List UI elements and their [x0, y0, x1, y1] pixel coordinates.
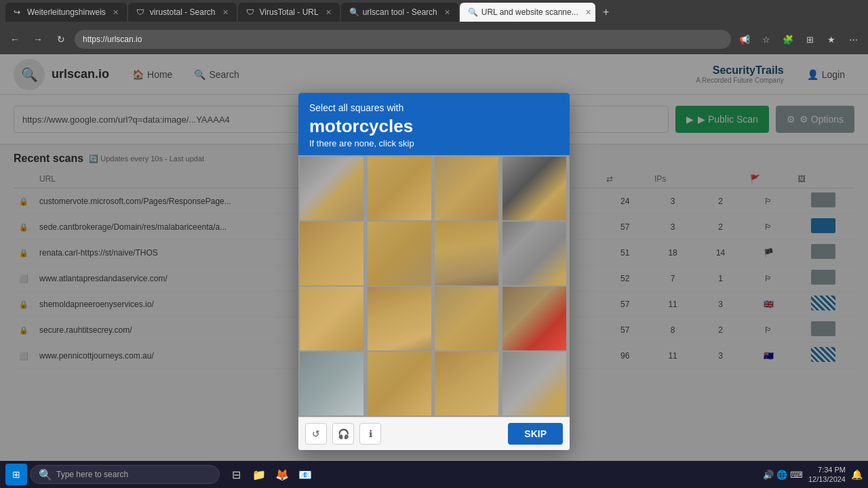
- tab-virustotal-search[interactable]: 🛡 virustotal - Search ✕: [128, 3, 237, 22]
- tab-close-4[interactable]: ✕: [444, 8, 450, 17]
- taskbar-search-text: Type here to search: [56, 470, 128, 479]
- taskbar-clock[interactable]: 7:34 PM 12/13/2024: [808, 465, 846, 485]
- back-button[interactable]: ←: [5, 30, 24, 49]
- keyboard-icon: ⌨: [790, 470, 803, 480]
- captcha-cell-1-1[interactable]: [368, 222, 431, 285]
- clock-date: 12/13/2024: [808, 474, 846, 484]
- captcha-cell-0-2[interactable]: [435, 157, 498, 220]
- tab-close-3[interactable]: ✕: [326, 8, 332, 17]
- taskbar-app-firefox[interactable]: 🦊: [271, 464, 293, 485]
- captcha-cell-3-3[interactable]: [502, 352, 566, 415]
- tab-close-5[interactable]: ✕: [585, 8, 591, 17]
- browser-toolbar: ← → ↻ 📢 ☆ 🧩 ⊞ ★ ⋯: [0, 24, 868, 54]
- taskbar-search-icon: 🔍: [39, 468, 52, 481]
- tab-favicon-5: 🔍: [468, 7, 477, 17]
- captcha-modal: Select all squares with motorcycles If t…: [298, 93, 570, 450]
- captcha-skip-button[interactable]: SKIP: [508, 423, 563, 445]
- taskbar-app-email[interactable]: 📧: [294, 464, 316, 485]
- volume-icon[interactable]: 🔊: [763, 470, 774, 480]
- taskbar-right: 🔊 🌐 ⌨ 7:34 PM 12/13/2024 🔔: [763, 465, 863, 485]
- captcha-cell-2-1[interactable]: [368, 287, 431, 350]
- network-icon[interactable]: 🌐: [776, 470, 787, 480]
- split-button[interactable]: ⊞: [800, 30, 819, 49]
- tab-label-1: Weiterleitungshinweis: [27, 7, 106, 17]
- browser-menu-button[interactable]: ⋯: [844, 30, 863, 49]
- extensions-button[interactable]: 🧩: [778, 30, 797, 49]
- captcha-footer: ↺ 🎧 ℹ SKIP: [298, 417, 570, 450]
- captcha-cell-0-3[interactable]: [502, 157, 566, 220]
- captcha-header: Select all squares with motorcycles If t…: [298, 93, 570, 155]
- tab-favicon-4: 🔍: [349, 7, 359, 17]
- clock-time: 7:34 PM: [818, 465, 846, 474]
- tab-favicon-1: ↪: [14, 7, 23, 17]
- captcha-cell-2-2[interactable]: [435, 287, 498, 350]
- tab-label-2: virustotal - Search: [150, 7, 216, 17]
- refresh-button[interactable]: ↻: [52, 30, 71, 49]
- tab-label-4: urlscan tool - Search: [363, 7, 437, 17]
- forward-button[interactable]: →: [28, 30, 47, 49]
- captcha-cell-2-0[interactable]: [300, 287, 363, 350]
- captcha-cell-1-3[interactable]: [502, 222, 566, 285]
- browser-actions: 📢 ☆ 🧩 ⊞ ★ ⋯: [735, 30, 863, 49]
- tab-label-5: URL and website scanne...: [481, 7, 578, 17]
- captcha-select-text: Select all squares with: [309, 102, 559, 113]
- tab-weiterleitungshinweis[interactable]: ↪ Weiterleitungshinweis ✕: [5, 3, 127, 22]
- captcha-keyword: motorcycles: [309, 116, 559, 137]
- start-button[interactable]: ⊞: [5, 464, 27, 485]
- tab-favicon-3: 🛡: [246, 7, 256, 17]
- notification-icon[interactable]: 🔔: [851, 469, 863, 480]
- taskbar-app-taskview[interactable]: ⊟: [225, 464, 247, 485]
- taskbar-search[interactable]: 🔍 Type here to search: [30, 465, 220, 484]
- captcha-controls: ↺ 🎧 ℹ: [305, 423, 381, 445]
- new-tab-button[interactable]: +: [597, 3, 616, 22]
- captcha-audio-button[interactable]: 🎧: [332, 423, 354, 445]
- captcha-cell-0-0[interactable]: [300, 157, 363, 220]
- read-aloud-button[interactable]: 📢: [735, 30, 754, 49]
- taskbar: ⊞ 🔍 Type here to search ⊟ 📁 🦊 📧 🔊 🌐 ⌨ 7:…: [0, 461, 868, 488]
- favorites-button[interactable]: ☆: [757, 30, 776, 49]
- captcha-info-button[interactable]: ℹ: [359, 423, 381, 445]
- taskbar-app-explorer[interactable]: 📁: [248, 464, 270, 485]
- captcha-refresh-button[interactable]: ↺: [305, 423, 327, 445]
- tab-close-1[interactable]: ✕: [113, 8, 119, 17]
- tab-close-2[interactable]: ✕: [222, 8, 229, 17]
- captcha-subtext: If there are none, click skip: [309, 138, 559, 148]
- captcha-cell-2-3[interactable]: [502, 287, 566, 350]
- tab-urlscan-search[interactable]: 🔍 urlscan tool - Search ✕: [341, 3, 458, 22]
- browser-chrome: ↪ Weiterleitungshinweis ✕ 🛡 virustotal -…: [0, 0, 868, 54]
- browser-tabs: ↪ Weiterleitungshinweis ✕ 🛡 virustotal -…: [0, 0, 868, 24]
- captcha-cell-3-1[interactable]: [368, 352, 431, 415]
- captcha-overlay: Select all squares with motorcycles If t…: [0, 54, 868, 488]
- taskbar-sys-icons: 🔊 🌐 ⌨: [763, 470, 803, 480]
- favorites-bar-button[interactable]: ★: [822, 30, 841, 49]
- tab-virustotal-url[interactable]: 🛡 VirusTotal - URL ✕: [238, 3, 340, 22]
- taskbar-apps: ⊟ 📁 🦊 📧: [225, 464, 316, 485]
- tab-label-3: VirusTotal - URL: [260, 7, 319, 17]
- captcha-grid: [298, 155, 570, 417]
- tab-favicon-2: 🛡: [136, 7, 146, 17]
- app-area: 🔍 urlscan.io 🏠 Home 🔍 Search SecurityTra…: [0, 54, 868, 488]
- captcha-cell-1-0[interactable]: [300, 222, 363, 285]
- captcha-cell-3-0[interactable]: [300, 352, 363, 415]
- captcha-cell-0-1[interactable]: [368, 157, 431, 220]
- captcha-cell-3-2[interactable]: [435, 352, 498, 415]
- address-bar[interactable]: [75, 30, 731, 49]
- captcha-cell-1-2[interactable]: [435, 222, 498, 285]
- tab-urlscan-active[interactable]: 🔍 URL and website scanne... ✕: [460, 3, 595, 22]
